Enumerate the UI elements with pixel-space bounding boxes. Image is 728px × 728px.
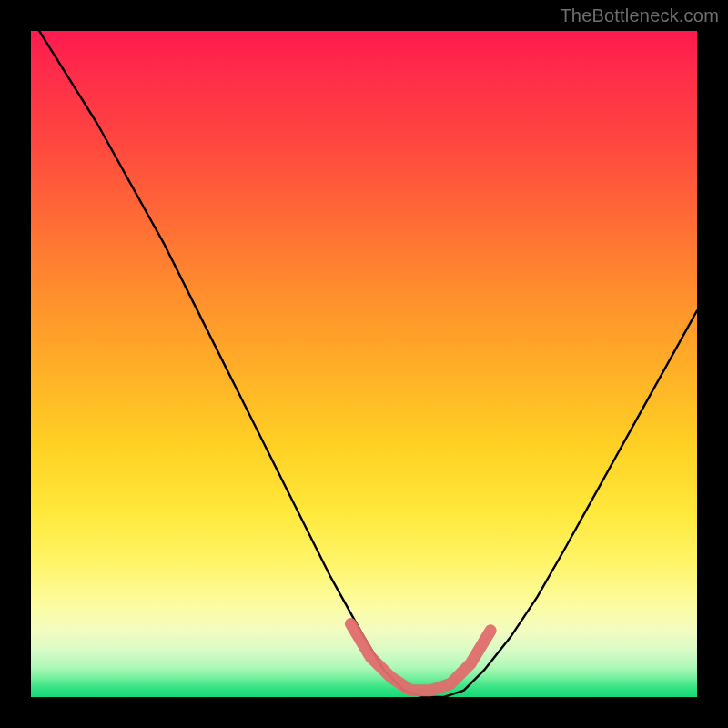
optimal-region-highlight: [31, 31, 697, 697]
plot-area: [31, 31, 697, 697]
chart-frame: TheBottleneck.com: [0, 0, 728, 728]
watermark-text: TheBottleneck.com: [560, 5, 719, 26]
